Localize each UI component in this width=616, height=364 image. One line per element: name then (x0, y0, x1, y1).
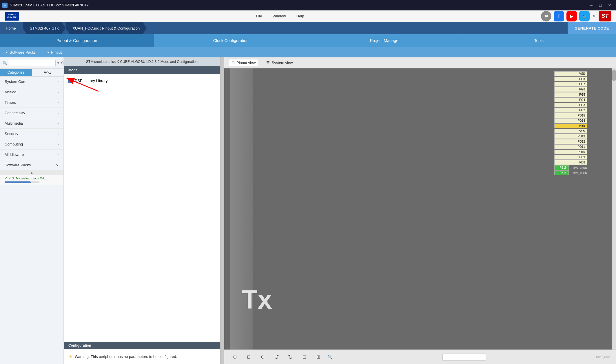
pin-PD13: PD13 (554, 134, 587, 139)
right-panel: ⊞ Pinout view ☰ System view Tx VSS PG (224, 57, 616, 364)
pin-func-CH2N: — TIM1_CH2N (569, 172, 587, 174)
sidebar-item-multimedia[interactable]: Multimedia › (0, 118, 63, 129)
pin-PD11: PD11 (554, 144, 587, 149)
center-panel-header: STMicroelectronics.X-CUBE-ALGOBUILD.1.3.… (64, 57, 220, 66)
tab-project[interactable]: Project Manager (308, 34, 462, 47)
vertical-scrollbar[interactable] (612, 68, 616, 350)
chevron-down-icon: ▾ (6, 50, 8, 54)
pin-VSS-1: VSS (554, 71, 587, 76)
help-menu[interactable]: Help (292, 13, 309, 19)
tab-pinout[interactable]: Pinout & Configuration (0, 34, 154, 47)
center-wrapper: STMicroelectronics.X-CUBE-ALGOBUILD.1.3.… (64, 57, 220, 364)
sidebar-item-system-core[interactable]: System Core › (0, 77, 63, 87)
sidebar-item-timers[interactable]: Timers › (0, 97, 63, 108)
warning-icon: ⚠ (68, 354, 72, 359)
pin-PG2: PG2 (554, 108, 587, 113)
pin-PB14: PB14 (554, 170, 569, 175)
menu-bar: STM32CubeMX File Window Help 10 f ▶ 🐦 ✳ … (0, 10, 616, 22)
title-bar: ST STM32CubeMX XUAN_FOC.ioc: STM32F407IG… (0, 0, 616, 10)
logo-box: STM32CubeMX (5, 12, 19, 21)
grid-button[interactable]: ⊞ (314, 352, 323, 362)
pin-PG5: PG5 (554, 92, 587, 97)
search-input[interactable] (8, 60, 56, 66)
chevron-icon: › (58, 121, 59, 125)
pack-progress-bar (5, 181, 39, 183)
pin-PG8: PG8 (554, 77, 587, 81)
sidebar-scroll-up[interactable]: ▲ (0, 170, 63, 175)
pin-PD14: PD14 (554, 118, 587, 123)
twitter-icon[interactable]: 🐦 (579, 11, 590, 21)
pin-labels-container: VSS PG8 PG7 PG6 PG5 PG4 PG3 PG2 PD15 PD1… (554, 71, 587, 175)
rotate-ccw-button[interactable]: ↻ (286, 352, 295, 362)
resize-handle[interactable]: ⋮ (220, 57, 224, 364)
file-menu[interactable]: File (251, 13, 267, 19)
generate-code-button[interactable]: GENERATE CODE (568, 22, 616, 34)
split-button[interactable]: ⊟ (300, 352, 309, 362)
maximize-button[interactable]: □ (596, 1, 604, 9)
system-view-tab[interactable]: ☰ System view (264, 59, 295, 66)
youtube-icon[interactable]: ▶ (566, 11, 577, 21)
breadcrumb: Home STM32F407IGTx XUAN_FOC.ioc : Pinout… (0, 22, 616, 34)
pack-progress-fill (5, 181, 31, 183)
search-dropdown-arrow[interactable]: ▼ (57, 61, 60, 65)
chevron-icon: › (58, 111, 59, 115)
app-icon: ST (2, 3, 8, 8)
subtab-software-packs[interactable]: ▾ Software Packs (6, 50, 36, 54)
dsp-library-row: ✓ DSP Library Library (68, 79, 215, 83)
subtab-pinout[interactable]: ▾ Pinout (47, 50, 62, 54)
sidebar-item-security[interactable]: Security › (0, 129, 63, 139)
chevron-icon: › (58, 153, 59, 157)
checkmark-icon: ✓ (5, 176, 7, 180)
mcu-chip-area: Tx VSS PG8 PG7 PG6 PG5 PG4 PG3 PG2 PD15 … (224, 68, 616, 350)
tab-tools[interactable]: Tools (462, 34, 616, 47)
sub-tabs: ▾ Software Packs ▾ Pinout (0, 47, 616, 57)
pinout-view-tabs: ⊞ Pinout view ☰ System view (224, 57, 616, 68)
minimize-button[interactable]: ─ (587, 1, 595, 9)
pin-PB15-row: PB15 — TIM1_CH3N (554, 165, 587, 170)
window-menu[interactable]: Window (268, 13, 290, 19)
tab-clock[interactable]: Clock Configuration (154, 34, 308, 47)
breadcrumb-config[interactable]: XUAN_FOC.ioc : Pinout & Configuration (65, 22, 147, 34)
tx-label: Tx (242, 285, 272, 315)
fit-button[interactable]: ⊡ (244, 352, 253, 362)
breadcrumb-mcu[interactable]: STM32F407IGTx (23, 22, 66, 34)
sidebar-item-computing[interactable]: Computing › (0, 139, 63, 150)
pin-VDD: VDD (554, 123, 587, 128)
rotate-cw-button[interactable]: ↺ (272, 352, 281, 362)
center-panel: STMicroelectronics.X-CUBE-ALGOBUILD.1.3.… (64, 57, 220, 364)
pin-PD12: PD12 (554, 139, 587, 144)
sidebar-item-middleware[interactable]: Middleware › (0, 150, 63, 160)
badge-icon: 10 (541, 11, 551, 21)
sidebar-item-connectivity[interactable]: Connectivity › (0, 108, 63, 118)
zoom-in-button[interactable]: ⊕ (230, 352, 239, 362)
sidebar: 🔍 ▼ ⚙ Categories A->Z System Core › Anal… (0, 57, 64, 364)
sidebar-item-software-packs[interactable]: Software Packs ∨ (0, 160, 63, 170)
search-icon-toolbar: 🔍 (327, 355, 332, 359)
pin-PG4: PG4 (554, 97, 587, 102)
gear-icon[interactable]: ⚙ (61, 61, 64, 65)
pin-PG7: PG7 (554, 82, 587, 87)
sidebar-item-analog[interactable]: Analog › (0, 87, 63, 97)
tab-categories[interactable]: Categories (0, 69, 32, 76)
system-icon: ☰ (266, 61, 270, 65)
chevron-icon: › (58, 101, 59, 105)
close-button[interactable]: ✕ (606, 1, 614, 9)
pin-PB14-row: PB14 — TIM1_CH2N (554, 170, 587, 175)
chevron-down-icon-sidebar: ∨ (56, 163, 59, 167)
pinout-view-tab[interactable]: ⊞ Pinout view (229, 59, 258, 66)
dsp-checkbox[interactable]: ✓ (68, 79, 72, 83)
scrollbar-thumb (612, 70, 616, 81)
menu-right: 10 f ▶ 🐦 ✳ ST (541, 11, 611, 21)
facebook-icon[interactable]: f (554, 11, 564, 21)
warning-row: ⚠ Warning: This peripheral has no parame… (68, 354, 215, 359)
mode-content: ✓ DSP Library Library (64, 74, 220, 342)
app-logo: STM32CubeMX (5, 12, 19, 21)
toolbar-search-input[interactable] (442, 354, 486, 361)
pack-name: ✓ ✓ STMicroelectronics.X-C (5, 176, 59, 180)
breadcrumb-home[interactable]: Home (0, 22, 23, 34)
zoom-out-button[interactable]: ⊖ (258, 352, 267, 362)
pin-PG3: PG3 (554, 103, 587, 108)
tab-az[interactable]: A->Z (32, 69, 64, 76)
pin-VSS-2: VSS (554, 129, 587, 134)
main-tabs: Pinout & Configuration Clock Configurati… (0, 34, 616, 47)
